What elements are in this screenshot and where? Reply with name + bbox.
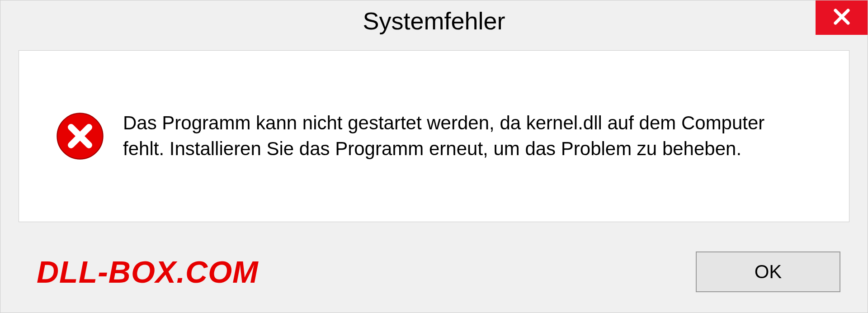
titlebar: Systemfehler [0, 0, 868, 41]
watermark-text: DLL-BOX.COM [37, 254, 259, 289]
dialog-title: Systemfehler [363, 7, 505, 35]
error-dialog: Systemfehler Das Programm kann nicht ges… [0, 0, 868, 313]
error-icon [55, 111, 105, 161]
dialog-footer: DLL-BOX.COM OK [0, 231, 868, 313]
close-button[interactable] [816, 0, 868, 35]
content-panel: Das Programm kann nicht gestartet werden… [19, 50, 849, 222]
close-icon [831, 6, 853, 29]
error-message: Das Programm kann nicht gestartet werden… [123, 110, 801, 161]
ok-button-label: OK [755, 261, 782, 283]
ok-button[interactable]: OK [696, 251, 840, 292]
